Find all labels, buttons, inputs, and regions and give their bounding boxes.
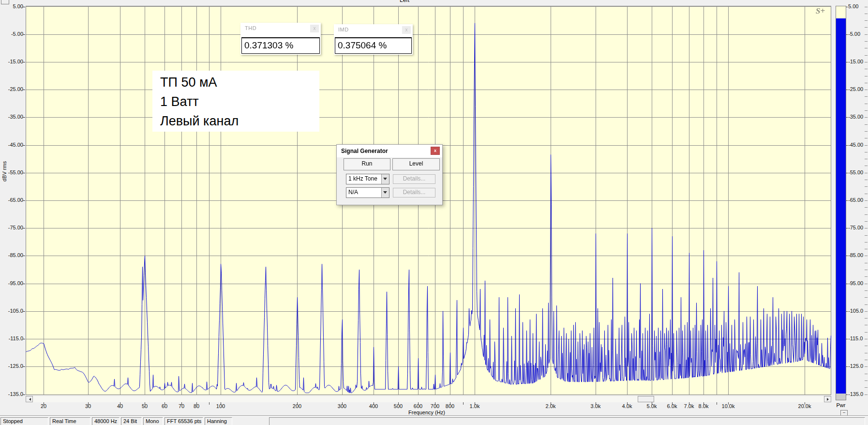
meter-minor-tick <box>865 380 868 381</box>
y-axis-label: -105.0 <box>2 308 23 314</box>
x-axis-label: 5.0k <box>640 403 663 409</box>
source2-dropdown[interactable]: N/A <box>346 187 389 198</box>
thd-close-icon[interactable]: x <box>310 25 319 32</box>
power-meter-label: Pwr <box>833 402 849 408</box>
dialog-close-icon[interactable]: x <box>431 147 440 155</box>
right-axis-label: -45.00 <box>848 142 863 148</box>
status-bit-depth: 24 Bit <box>121 417 142 425</box>
horizontal-scrollbar[interactable] <box>26 395 831 402</box>
chevron-down-icon[interactable] <box>381 188 389 197</box>
imd-close-icon[interactable]: x <box>402 26 411 34</box>
meter-minor-tick <box>865 138 868 138</box>
meter-minor-tick <box>865 14 868 14</box>
meter-minor-tick <box>865 200 868 201</box>
y-axis-tick <box>23 117 25 118</box>
x-axis-label: 200 <box>285 403 309 409</box>
x-axis-label: 400 <box>362 403 385 409</box>
right-axis-label: -125.0 <box>848 363 863 369</box>
level-button[interactable]: Level <box>392 158 440 170</box>
meter-minor-tick <box>865 55 868 56</box>
x-axis-label: 80 <box>185 403 208 409</box>
source1-dropdown[interactable]: 1 kHz Tone <box>346 174 389 184</box>
meter-minor-tick <box>865 173 868 173</box>
annotation-line: Левый канал <box>160 111 319 131</box>
meter-minor-tick <box>865 290 868 291</box>
right-axis-label: -105.0 <box>848 308 863 314</box>
scrollbar-thumb[interactable] <box>638 396 654 402</box>
x-axis-label: 20.0k <box>793 403 816 409</box>
meter-minor-tick <box>865 62 868 62</box>
details1-button: Details... <box>393 174 435 184</box>
meter-minor-tick <box>865 159 868 159</box>
meter-minor-tick <box>865 214 868 215</box>
status-fft-size: FFT 65536 pts <box>165 417 203 425</box>
y-axis-label: -135.0 <box>2 391 23 397</box>
y-axis-label: -25.00 <box>2 86 23 92</box>
right-axis-label: -95.00 <box>848 280 863 286</box>
meter-minor-tick <box>865 242 868 243</box>
meter-minor-tick <box>865 27 868 28</box>
meter-minor-tick <box>865 297 868 298</box>
meter-minor-tick <box>865 41 868 42</box>
y-axis-tick <box>23 228 25 228</box>
right-axis-label: -75.00 <box>848 225 863 230</box>
meter-minor-tick <box>865 339 868 339</box>
meter-minor-tick <box>865 284 868 284</box>
meter-minor-tick <box>865 69 868 69</box>
y-axis-label: -45.00 <box>2 142 23 148</box>
right-axis-label: -115.0 <box>848 335 863 341</box>
meter-minor-tick <box>865 145 868 146</box>
status-window-fn: Hanning <box>205 417 232 425</box>
meter-minor-tick <box>865 325 868 325</box>
meter-minor-tick <box>865 83 868 83</box>
plot-title: Left <box>382 0 427 3</box>
status-channels: Mono <box>143 417 163 425</box>
right-axis-label: -135.0 <box>848 391 863 397</box>
annotation-line: ТП 50 мА <box>160 73 319 92</box>
details2-button: Details... <box>393 188 435 197</box>
y-axis-label: -125.0 <box>2 363 23 369</box>
thd-title: THD <box>245 25 256 31</box>
y-axis-label: -85.00 <box>2 252 23 258</box>
meter-minor-tick <box>865 96 868 97</box>
scroll-right-button[interactable] <box>824 396 831 402</box>
right-axis-label: -35.00 <box>848 114 863 120</box>
meter-minor-tick <box>865 311 868 312</box>
x-axis-label: 4.0k <box>615 403 639 409</box>
meter-minor-tick <box>865 263 868 263</box>
dialog-title: Signal Generator <box>341 148 388 154</box>
y-axis-label: -75.00 <box>2 225 23 230</box>
meter-minor-tick <box>865 186 868 187</box>
meter-minor-tick <box>865 256 868 256</box>
meter-minor-tick <box>865 131 868 132</box>
y-axis-tick <box>23 256 25 256</box>
scroll-left-button[interactable] <box>26 396 33 402</box>
annotation-box: ТП 50 мА 1 Ватт Левый канал <box>152 71 319 132</box>
meter-minor-tick <box>865 366 868 367</box>
y-axis-label: -15.00 <box>2 59 23 64</box>
meter-minor-tick <box>865 353 868 353</box>
run-button[interactable]: Run <box>344 158 390 170</box>
y-axis-tick <box>23 366 25 367</box>
meter-minor-tick <box>865 374 868 374</box>
thd-value: 0.371303 % <box>241 37 320 54</box>
y-axis-title: dBV rms <box>1 161 7 182</box>
y-axis-tick <box>23 145 25 146</box>
meter-minor-tick <box>865 249 868 249</box>
status-mode: Real Time <box>50 417 90 425</box>
y-axis-label: -5.00 <box>2 31 23 37</box>
imd-title: IMD <box>338 27 349 32</box>
y-axis-tick <box>23 339 25 339</box>
y-axis-tick <box>23 7 25 7</box>
power-meter-base <box>836 394 846 400</box>
dialog-titlebar[interactable]: Signal Generator <box>337 145 442 157</box>
meter-minor-tick <box>865 34 868 35</box>
arrow-right-icon <box>827 398 830 401</box>
meter-minor-tick <box>865 318 868 319</box>
chevron-down-icon[interactable] <box>381 174 389 184</box>
statusbar-divider-highlight <box>0 416 868 416</box>
meter-minor-tick <box>865 20 868 21</box>
power-meter-bar <box>836 18 846 394</box>
meter-minor-tick <box>865 395 868 395</box>
right-axis-label: -65.00 <box>848 197 863 203</box>
